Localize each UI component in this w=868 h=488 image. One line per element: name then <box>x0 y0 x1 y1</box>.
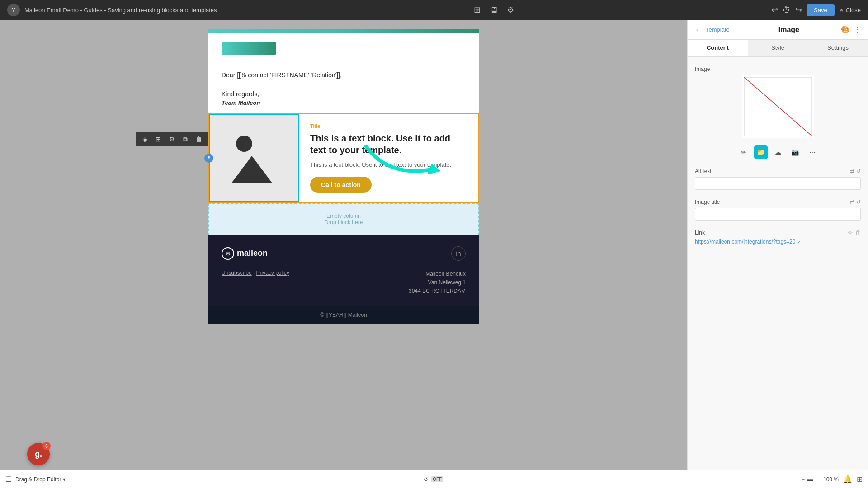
img-circle-shape <box>236 136 252 152</box>
image-title-label: Image title ⇄ ↺ <box>695 199 861 205</box>
settings-icon[interactable]: ⚙ <box>507 5 514 15</box>
empty-drop-area[interactable]: Empty column Drop block here <box>208 203 479 235</box>
grout-count: 6 <box>42 442 51 450</box>
panel-back-button[interactable]: ← <box>695 26 702 34</box>
alt-text-translate-icon[interactable]: ⇄ <box>850 168 854 174</box>
layers-icon[interactable]: ◈ <box>139 134 150 145</box>
tab-content[interactable]: Content <box>688 40 748 56</box>
drop-block-text: Drop block here <box>218 219 469 225</box>
history-bottom-icon[interactable]: ↺ <box>424 476 428 483</box>
link-value[interactable]: https://maileon.com/integrations/?tags=2… <box>695 239 861 245</box>
email-top-bar <box>208 29 479 33</box>
email-copyright: © [[YEAR]] Maileon <box>208 306 479 324</box>
image-title-reset-icon[interactable]: ↺ <box>856 199 861 205</box>
save-button[interactable]: Save <box>807 4 835 16</box>
email-regards: Kind regards, Team Maileon <box>208 86 479 113</box>
history-icon[interactable]: ⏱ <box>783 5 791 15</box>
topbar-center: ⊞ 🖥 ⚙ <box>474 5 514 15</box>
zoom-in-icon[interactable]: + <box>816 476 819 483</box>
undo-icon[interactable]: ↩ <box>771 5 778 15</box>
unsubscribe-link[interactable]: Unsubscribe <box>222 270 252 276</box>
layout-icon[interactable]: ⊞ <box>474 5 481 15</box>
footer-links: Unsubscribe | Privacy policy <box>222 270 289 276</box>
address-line2: 3044 BC ROTTERDAM <box>409 287 466 296</box>
image-title-input[interactable] <box>695 208 861 221</box>
drag-drop-editor-label: Drag & Drop Editor <box>15 476 61 483</box>
notification-icon[interactable]: 🔔 <box>843 475 852 483</box>
privacy-link[interactable]: Privacy policy <box>256 270 289 276</box>
image-title-translate-icon[interactable]: ⇄ <box>850 199 854 205</box>
alt-text-label: Alt text ⇄ ↺ <box>695 168 861 174</box>
grout-label: g. <box>35 450 42 459</box>
more-tools-btn[interactable]: ⋯ <box>806 145 819 159</box>
topbar-left: M Maileon Email Demo - Guides - Saving a… <box>7 4 217 16</box>
footer-address: Maileon Benelux Van Nelleweg 1 3044 BC R… <box>409 270 466 296</box>
delete-icon[interactable]: 🗑 <box>193 134 204 145</box>
copy-icon[interactable]: ⧉ <box>180 134 191 145</box>
zoom-out-icon[interactable]: − <box>802 476 805 483</box>
empty-column-text: Empty column <box>218 213 469 219</box>
address-line1: Van Nelleweg 1 <box>409 278 466 287</box>
panel-tabs: Content Style Settings <box>688 40 868 57</box>
hamburger-icon[interactable]: ☰ <box>5 475 12 483</box>
img-triangle-shape <box>231 156 272 183</box>
cyan-arrow-annotation <box>362 142 452 189</box>
alt-text-input[interactable] <box>695 177 861 190</box>
panel-header: ← Template Image 🎨 ⋮ <box>688 20 868 40</box>
email-salutation: Dear [[% contact 'FIRSTNAME' 'Relation']… <box>208 64 479 86</box>
grout-badge[interactable]: g. 6 <box>27 443 50 465</box>
link-label: Link ✏ 🗑 <box>695 230 861 236</box>
footer-separator: | <box>253 270 255 276</box>
off-badge: OFF <box>431 476 443 482</box>
link-delete-icon[interactable]: 🗑 <box>855 230 861 236</box>
link-external-icon: ↗ <box>797 239 801 244</box>
salutation-text: Dear [[% contact 'FIRSTNAME' 'Relation']… <box>222 71 342 79</box>
grid-icon[interactable]: ⊞ <box>153 134 164 145</box>
image-section-label: Image <box>695 66 861 72</box>
link-icons: ✏ 🗑 <box>848 230 861 236</box>
drag-handle[interactable]: ⠿ <box>204 154 213 163</box>
paint-icon[interactable]: 🎨 <box>841 25 850 34</box>
topbar: M Maileon Email Demo - Guides - Saving a… <box>0 0 868 20</box>
cloud-upload-tool-btn[interactable]: ☁ <box>771 145 785 159</box>
panel-content: Image ✏ 📁 ☁ 📷 ⋯ <box>688 57 868 470</box>
block-title-label: Title <box>310 123 467 129</box>
app-logo: M <box>7 4 20 16</box>
zoom-slider[interactable]: ▬ <box>807 476 813 483</box>
camera-tool-btn[interactable]: 📷 <box>788 145 802 159</box>
edit-tool-btn[interactable]: ✏ <box>737 145 750 159</box>
link-edit-icon[interactable]: ✏ <box>848 230 853 236</box>
bottom-left: ☰ Drag & Drop Editor ▾ <box>5 475 66 483</box>
desktop-icon[interactable]: 🖥 <box>490 5 498 15</box>
image-preview-svg <box>744 77 812 136</box>
image-section: Image ✏ 📁 ☁ 📷 ⋯ <box>695 66 861 159</box>
editor-mode-selector[interactable]: Drag & Drop Editor ▾ <box>15 476 66 483</box>
signature-text: Team Maileon <box>222 99 466 106</box>
close-button[interactable]: ✕ Close <box>839 7 861 14</box>
footer-top: ◎ maileon in <box>222 246 466 261</box>
close-x-icon: ✕ <box>839 7 844 14</box>
folder-tool-btn[interactable]: 📁 <box>754 145 768 159</box>
maileon-logo: ◎ maileon <box>222 247 268 260</box>
grid-view-icon[interactable]: ⊞ <box>857 475 863 483</box>
image-preview-box <box>742 75 814 138</box>
editor-chevron-icon: ▾ <box>63 476 66 483</box>
maileon-brand-name: maileon <box>237 249 268 258</box>
image-title-section: Image title ⇄ ↺ <box>695 199 861 221</box>
alt-text-reset-icon[interactable]: ↺ <box>856 168 861 174</box>
zoom-level: 100 % <box>823 476 839 483</box>
redo-icon[interactable]: ↪ <box>795 5 802 15</box>
panel-breadcrumb[interactable]: Template <box>706 26 730 33</box>
alt-text-icons: ⇄ ↺ <box>850 168 861 174</box>
topbar-right: ↩ ⏱ ↪ Save ✕ Close <box>771 4 861 16</box>
linkedin-button[interactable]: in <box>451 246 466 261</box>
company-name: Maileon Benelux <box>409 270 466 278</box>
right-panel: ← Template Image 🎨 ⋮ Content Style Setti… <box>687 20 868 470</box>
more-options-icon[interactable]: ⋮ <box>854 25 861 34</box>
panel-header-icons: 🎨 ⋮ <box>841 25 861 34</box>
gear-icon[interactable]: ⚙ <box>166 134 177 145</box>
tab-style[interactable]: Style <box>748 40 808 56</box>
image-column[interactable]: ⠿ <box>209 114 299 202</box>
tab-settings[interactable]: Settings <box>808 40 868 56</box>
maileon-logo-icon: ◎ <box>222 247 234 260</box>
